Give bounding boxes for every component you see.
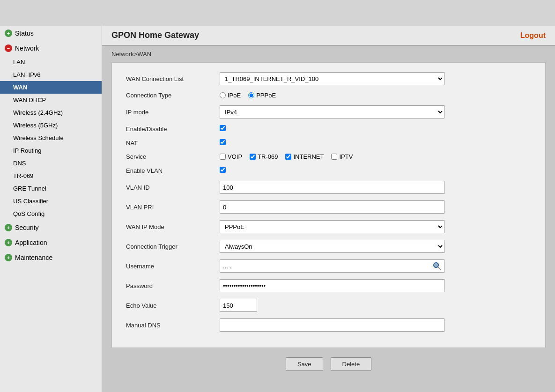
- password-row: Password: [126, 279, 531, 292]
- connection-type-pppoe-text: PPPoE: [256, 92, 276, 99]
- echo-value-label: Echo Value: [126, 302, 220, 309]
- wan-connection-list-control: 1_TR069_INTERNET_R_VID_100: [220, 72, 531, 85]
- ip-mode-select[interactable]: IPv4: [220, 105, 444, 118]
- ip-mode-control: IPv4: [220, 105, 531, 118]
- username-input[interactable]: [220, 259, 444, 273]
- wan-ip-mode-row: WAN IP Mode PPPoE: [126, 220, 531, 233]
- wan-connection-list-select[interactable]: 1_TR069_INTERNET_R_VID_100: [220, 72, 444, 85]
- service-tr069-checkbox[interactable]: [250, 154, 256, 160]
- connection-trigger-row: Connection Trigger AlwaysOn: [126, 240, 531, 253]
- vlan-pri-row: VLAN PRI: [126, 200, 531, 214]
- nat-checkbox[interactable]: [220, 139, 226, 145]
- sidebar-section-maintenance[interactable]: + Maintenance: [0, 250, 102, 265]
- sidebar-label-application: Application: [15, 239, 47, 246]
- enable-disable-checkbox[interactable]: [220, 125, 226, 131]
- connection-trigger-select[interactable]: AlwaysOn: [220, 240, 444, 253]
- service-iptv-text: IPTV: [339, 153, 353, 160]
- password-input[interactable]: [220, 279, 444, 292]
- sidebar-item-tr069[interactable]: TR-069: [0, 170, 102, 182]
- connection-trigger-control: AlwaysOn: [220, 240, 531, 253]
- enable-vlan-checkbox[interactable]: [220, 167, 226, 173]
- connection-type-control: IPoE PPPoE: [220, 92, 531, 99]
- sidebar-item-wan-dhcp[interactable]: WAN DHCP: [0, 94, 102, 106]
- service-tr069-label[interactable]: TR-069: [250, 153, 278, 160]
- vlan-pri-label: VLAN PRI: [126, 204, 220, 211]
- content-area: GPON Home Gateway Logout Network>WAN WAN…: [102, 26, 555, 392]
- status-expand-icon: +: [5, 30, 12, 37]
- sidebar-item-wan[interactable]: WAN: [0, 81, 102, 94]
- manual-dns-input[interactable]: [220, 318, 444, 332]
- username-label: Username: [126, 263, 220, 270]
- sidebar-item-dns[interactable]: DNS: [0, 157, 102, 170]
- connection-type-ipoe-label[interactable]: IPoE: [220, 92, 241, 99]
- sidebar-section-status[interactable]: + Status: [0, 26, 102, 41]
- nat-row: NAT: [126, 139, 531, 147]
- service-checkbox-group: VOIP TR-069 INTERNET: [220, 153, 531, 160]
- sidebar-item-ip-routing[interactable]: IP Routing: [0, 144, 102, 157]
- wan-connection-list-label: WAN Connection List: [126, 75, 220, 82]
- network-expand-icon: −: [5, 44, 12, 52]
- connection-type-pppoe-radio[interactable]: [248, 92, 254, 98]
- button-row: Save Delete: [111, 357, 546, 376]
- manual-dns-control: [220, 318, 531, 332]
- connection-type-ipoe-radio[interactable]: [220, 92, 226, 98]
- enable-vlan-label: Enable VLAN: [126, 167, 220, 174]
- logout-button[interactable]: Logout: [520, 31, 546, 40]
- manual-dns-row: Manual DNS: [126, 318, 531, 332]
- service-iptv-label[interactable]: IPTV: [331, 153, 353, 160]
- sidebar-section-network[interactable]: − Network: [0, 41, 102, 56]
- enable-disable-label: Enable/Disable: [126, 126, 220, 133]
- password-control: [220, 279, 531, 292]
- sidebar-label-maintenance: Maintenance: [15, 254, 52, 261]
- connection-type-pppoe-label[interactable]: PPPoE: [248, 92, 276, 99]
- header-bar: GPON Home Gateway Logout: [102, 26, 555, 46]
- nat-control: [220, 139, 531, 147]
- breadcrumb: Network>WAN: [102, 46, 555, 62]
- vlan-id-input[interactable]: [220, 181, 444, 194]
- sidebar-item-qos-config[interactable]: QoS Config: [0, 207, 102, 220]
- sidebar-item-us-classifier[interactable]: US Classifier: [0, 195, 102, 207]
- sidebar-item-wireless-24[interactable]: Wireless (2.4GHz): [0, 106, 102, 119]
- service-internet-checkbox[interactable]: [285, 154, 291, 160]
- service-label: Service: [126, 153, 220, 160]
- service-internet-label[interactable]: INTERNET: [285, 153, 324, 160]
- wan-ip-mode-control: PPPoE: [220, 220, 531, 233]
- vlan-id-label: VLAN ID: [126, 184, 220, 191]
- username-row: Username: [126, 259, 531, 273]
- maintenance-expand-icon: +: [5, 254, 12, 261]
- service-iptv-checkbox[interactable]: [331, 154, 337, 160]
- connection-type-ipoe-text: IPoE: [228, 92, 241, 99]
- service-voip-checkbox[interactable]: [220, 154, 226, 160]
- service-voip-label[interactable]: VOIP: [220, 153, 242, 160]
- enable-vlan-row: Enable VLAN: [126, 167, 531, 174]
- sidebar-item-wireless-5[interactable]: Wireless (5GHz): [0, 119, 102, 132]
- sidebar-section-application[interactable]: + Application: [0, 235, 102, 250]
- wan-ip-mode-label: WAN IP Mode: [126, 223, 220, 230]
- page-title: GPON Home Gateway: [111, 30, 199, 40]
- delete-button[interactable]: Delete: [331, 357, 372, 371]
- service-tr069-text: TR-069: [258, 153, 278, 160]
- enable-vlan-control: [220, 167, 531, 174]
- enable-disable-row: Enable/Disable: [126, 125, 531, 133]
- sidebar-item-gre-tunnel[interactable]: GRE Tunnel: [0, 182, 102, 195]
- echo-value-row: Echo Value: [126, 299, 531, 312]
- service-row: Service VOIP TR-069: [126, 153, 531, 160]
- wan-ip-mode-select[interactable]: PPPoE: [220, 220, 444, 233]
- sidebar-section-security[interactable]: + Security: [0, 220, 102, 235]
- sidebar-item-wireless-schedule[interactable]: Wireless Schedule: [0, 132, 102, 144]
- form-container: WAN Connection List 1_TR069_INTERNET_R_V…: [102, 62, 555, 392]
- sidebar-item-lan-ipv6[interactable]: LAN_IPv6: [0, 68, 102, 81]
- manual-dns-label: Manual DNS: [126, 322, 220, 329]
- security-expand-icon: +: [5, 224, 12, 231]
- service-internet-text: INTERNET: [293, 153, 324, 160]
- nat-label: NAT: [126, 140, 220, 147]
- vlan-pri-input[interactable]: [220, 200, 444, 214]
- echo-value-input[interactable]: [220, 299, 257, 312]
- application-expand-icon: +: [5, 239, 12, 246]
- key-icon[interactable]: [432, 261, 442, 271]
- svg-point-3: [434, 263, 438, 267]
- sidebar-item-lan[interactable]: LAN: [0, 56, 102, 68]
- connection-type-radio-group: IPoE PPPoE: [220, 92, 531, 99]
- ip-mode-label: IP mode: [126, 109, 220, 116]
- save-button[interactable]: Save: [286, 357, 323, 371]
